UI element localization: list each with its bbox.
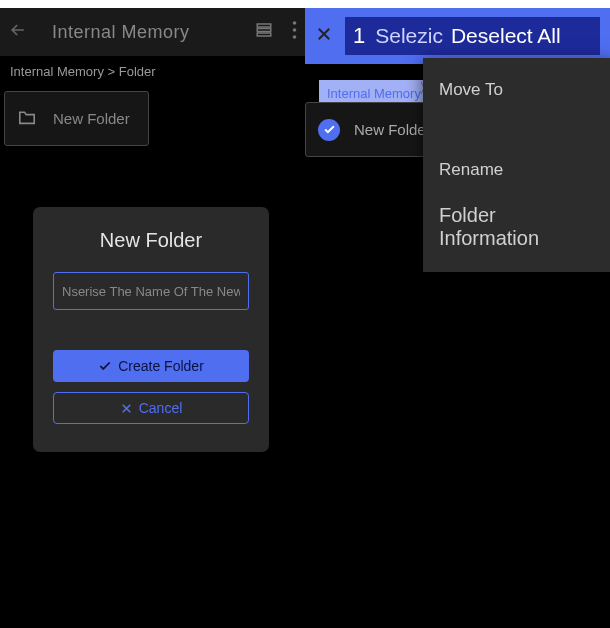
create-folder-button[interactable]: Create Folder	[53, 350, 249, 382]
list-view-icon[interactable]	[254, 21, 274, 43]
deselect-all-button[interactable]: Deselect All	[451, 24, 561, 48]
new-folder-dialog: New Folder Create Folder Cancel	[33, 207, 269, 452]
svg-point-5	[293, 35, 297, 39]
back-icon[interactable]	[8, 20, 28, 44]
right-screenshot: 1 Selezic Deselect All Internal Memory 〉…	[305, 8, 610, 64]
more-icon[interactable]	[292, 21, 297, 43]
svg-rect-0	[257, 24, 271, 27]
selection-count: 1	[353, 23, 365, 49]
folder-label-wrapper: New Folder	[354, 121, 431, 138]
folder-name-input[interactable]	[53, 272, 249, 310]
cancel-button[interactable]: Cancel	[53, 392, 249, 424]
folder-label: New Folder	[354, 121, 431, 138]
cancel-label: Cancel	[139, 400, 183, 416]
top-spacer	[0, 0, 610, 8]
folder-label: New Folder	[53, 110, 130, 127]
dialog-title: New Folder	[53, 229, 249, 252]
checkmark-icon	[318, 119, 340, 141]
selection-highlight: 1 Selezic Deselect All	[345, 17, 600, 55]
menu-item-move[interactable]: Move To	[423, 68, 610, 112]
app-bar: Internal Memory	[0, 8, 305, 56]
close-icon[interactable]	[315, 25, 333, 47]
svg-point-4	[293, 28, 297, 32]
menu-item-info[interactable]: Folder Information	[423, 192, 610, 262]
context-menu: Move To Rename Folder Information	[423, 58, 610, 272]
app-title: Internal Memory	[52, 22, 190, 43]
svg-point-3	[293, 21, 297, 25]
folder-icon	[17, 109, 37, 129]
selection-header: 1 Selezic Deselect All	[305, 8, 610, 64]
create-folder-label: Create Folder	[118, 358, 204, 374]
selection-text: Selezic	[375, 24, 443, 48]
menu-item-rename[interactable]: Rename	[423, 148, 610, 192]
svg-rect-2	[257, 33, 271, 36]
svg-rect-1	[257, 29, 271, 32]
left-screenshot: Internal Memory Internal Memory > Folder…	[0, 8, 305, 146]
folder-item[interactable]: New Folder	[4, 91, 149, 146]
breadcrumb[interactable]: Internal Memory > Folder	[0, 56, 305, 87]
